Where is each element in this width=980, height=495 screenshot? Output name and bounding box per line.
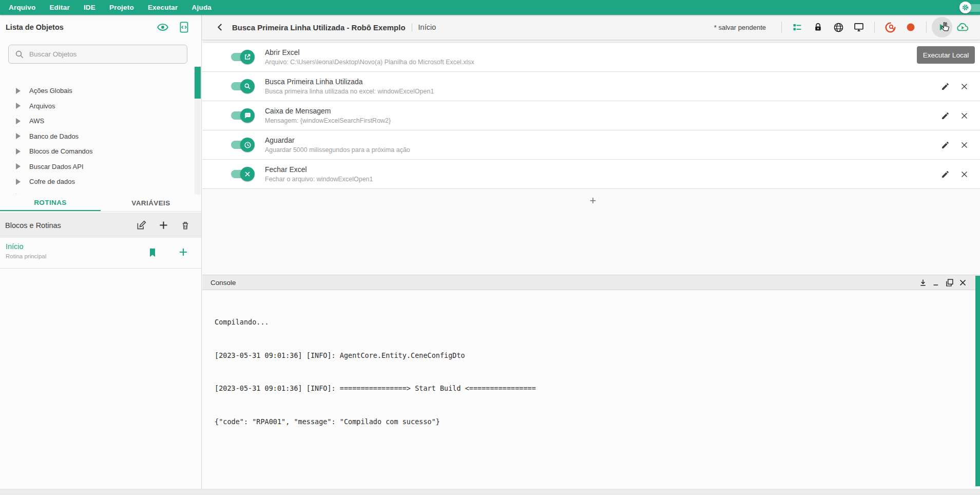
tree-item-cofre-de-dados[interactable]: Cofre de dados (0, 174, 193, 189)
console-panel: Console Compilando... [2023-05-31 09:01:… (202, 275, 980, 489)
restore-console-icon[interactable] (945, 278, 954, 287)
objects-tree: Ações Globais Arquivos AWS Banco de Dado… (0, 83, 193, 194)
action-subtitle: Arquivo: C:\Users\leona\Desktop\Novo(a) … (265, 59, 474, 66)
console-scrollbar-thumb[interactable] (975, 276, 980, 486)
tree-item-buscar-dados-api[interactable]: Buscar Dados API (0, 159, 193, 175)
toolbar-divider (926, 22, 927, 33)
tree-item-compactacao[interactable]: Compactação (0, 189, 193, 195)
minimize-console-icon[interactable] (932, 278, 940, 287)
expand-triangle-icon (16, 148, 21, 155)
breadcrumb-inicio: Início (418, 23, 436, 31)
edit-pencil-icon[interactable] (941, 111, 950, 120)
edit-pencil-icon[interactable] (941, 170, 950, 179)
globe-icon[interactable] (828, 17, 849, 37)
tree-item-label: Cofre de dados (29, 178, 75, 185)
tree-scrollbar-thumb[interactable] (195, 67, 201, 99)
tree-item-acoes-globais[interactable]: Ações Globais (0, 83, 193, 99)
blocks-and-routines-bar: Blocos e Rotinas (0, 213, 201, 238)
edit-note-icon[interactable] (136, 220, 146, 231)
console-line: [2023-05-31 09:01:36] [INFO]: ==========… (215, 383, 980, 394)
sidebar-title: Lista de Objetos (6, 23, 64, 31)
expand-triangle-icon (16, 103, 21, 109)
console-output: Compilando... [2023-05-31 09:01:36] [INF… (202, 291, 980, 489)
action-title: Caixa de Mensagem (265, 107, 391, 115)
open-launch-icon (240, 50, 255, 64)
action-toggle[interactable] (231, 50, 255, 64)
menu-ide[interactable]: IDE (84, 4, 95, 11)
run-cloud-icon[interactable] (952, 17, 973, 37)
tree-item-label: Compactação (29, 193, 70, 194)
action-row-busca-primeira-linha[interactable]: Busca Primeira Linha Utilizada Busca pri… (202, 72, 980, 101)
gear-icon (959, 2, 971, 13)
tree-item-label: Buscar Dados API (29, 163, 84, 170)
console-header: Console (202, 275, 980, 290)
console-toolbar (919, 278, 980, 287)
action-row-caixa-de-mensagem[interactable]: Caixa de Mensagem Mensagem: {windowExcel… (202, 101, 980, 130)
tree-item-label: Arquivos (29, 102, 55, 110)
action-title: Busca Primeira Linha Utilizada (265, 78, 434, 86)
action-list: Abrir Excel Arquivo: C:\Users\leona\Desk… (202, 42, 980, 189)
settings-toggle[interactable] (959, 2, 980, 14)
action-row-aguardar[interactable]: Aguardar Aguardar 5000 milissegundos par… (202, 130, 980, 160)
tab-variaveis[interactable]: VARIÁVEIS (101, 195, 201, 211)
sidebar-tabs: ROTINAS VARIÁVEIS (0, 195, 201, 212)
action-subtitle: Aguardar 5000 milissegundos para a próxi… (265, 146, 410, 154)
remove-action-icon[interactable] (960, 112, 968, 120)
lock-icon[interactable] (808, 17, 828, 37)
bookmark-icon[interactable] (147, 246, 158, 259)
action-toggle[interactable] (231, 79, 255, 93)
sidebar-header: Lista de Objetos (0, 15, 201, 40)
execution-queue-icon[interactable] (787, 17, 808, 37)
action-row-fechar-excel[interactable]: Fechar Excel Fechar o arquivo: windowExc… (202, 160, 980, 189)
menu-editar[interactable]: Editar (49, 4, 69, 11)
remove-action-icon[interactable] (960, 83, 968, 90)
code-file-icon[interactable] (179, 21, 189, 33)
menu-ajuda[interactable]: Ajuda (192, 4, 212, 11)
expand-triangle-icon (16, 118, 21, 124)
action-toggle[interactable] (231, 108, 255, 123)
expand-triangle-icon (16, 194, 21, 194)
close-console-icon[interactable] (959, 279, 967, 287)
tree-item-arquivos[interactable]: Arquivos (0, 99, 193, 114)
tree-item-banco-de-dados[interactable]: Banco de Dados (0, 129, 193, 144)
menu-executar[interactable]: Executar (148, 4, 178, 11)
download-log-icon[interactable] (919, 278, 927, 287)
run-local-button[interactable] (932, 17, 952, 37)
routine-description: Rotina principal (6, 253, 46, 259)
action-subtitle: Mensagem: {windowExcelSearchFirstRow2} (265, 117, 391, 124)
search-input[interactable] (29, 50, 187, 58)
trash-icon[interactable] (181, 220, 190, 231)
add-action-to-routine-icon[interactable] (178, 247, 188, 257)
remove-action-icon[interactable] (960, 141, 968, 149)
toolbar-divider (874, 22, 875, 33)
routine-item-inicio[interactable]: Início Rotina principal (0, 238, 201, 269)
search-icon (240, 79, 255, 93)
tree-item-blocos-de-comandos[interactable]: Blocos de Comandos (0, 144, 193, 159)
tree-item-label: Banco de Dados (29, 132, 79, 140)
console-line: {"code": "RPA001", "message": "Compilado… (215, 416, 980, 428)
desktop-icon[interactable] (849, 17, 869, 37)
action-row-abrir-excel[interactable]: Abrir Excel Arquivo: C:\Users\leona\Desk… (202, 43, 980, 72)
menu-arquivo[interactable]: Arquivo (9, 4, 35, 11)
add-action-button[interactable]: + (585, 194, 601, 209)
eye-icon[interactable] (157, 22, 169, 33)
breadcrumb-separator (412, 23, 412, 31)
tree-item-aws[interactable]: AWS (0, 113, 193, 129)
remove-action-icon[interactable] (960, 170, 968, 178)
tab-rotinas[interactable]: ROTINAS (0, 195, 101, 211)
edit-pencil-icon[interactable] (941, 141, 950, 149)
blocks-title: Blocos e Rotinas (5, 221, 136, 230)
bottom-status-strip (0, 489, 980, 495)
inspector-icon[interactable] (880, 17, 900, 37)
add-block-icon[interactable] (159, 220, 168, 230)
action-toggle[interactable] (231, 167, 255, 181)
expand-triangle-icon (16, 88, 21, 94)
action-toggle[interactable] (231, 138, 255, 152)
action-subtitle: Busca primeira linha utilizada no excel:… (265, 88, 434, 95)
record-icon[interactable] (900, 17, 921, 37)
menu-projeto[interactable]: Projeto (109, 4, 134, 11)
edit-pencil-icon[interactable] (941, 82, 950, 91)
action-title: Fechar Excel (265, 165, 373, 174)
back-chevron-icon[interactable] (215, 22, 226, 33)
search-icon (15, 50, 24, 59)
